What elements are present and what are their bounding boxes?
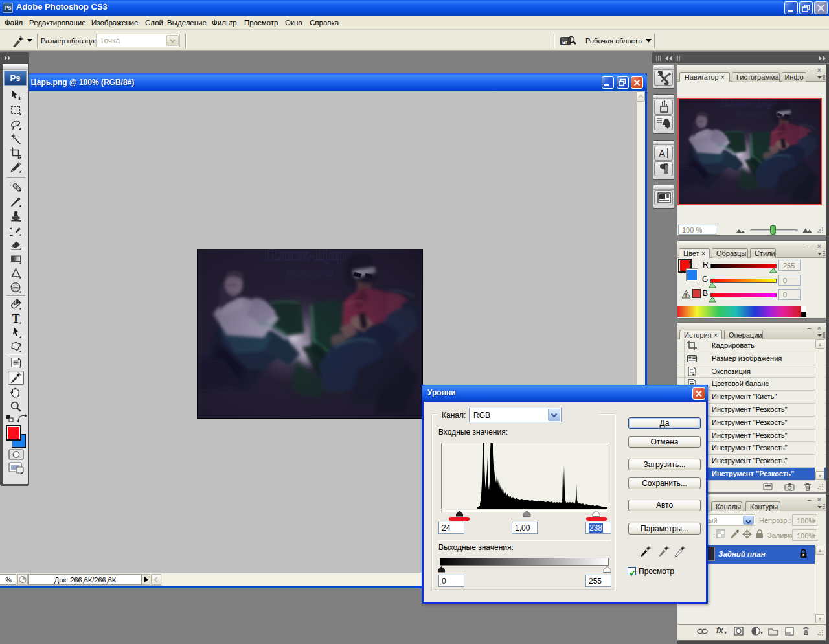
svg-text:A: A: [659, 148, 665, 159]
svg-text:!: !: [685, 292, 687, 299]
svg-text:Br: Br: [562, 40, 567, 45]
svg-text:T: T: [12, 312, 20, 325]
